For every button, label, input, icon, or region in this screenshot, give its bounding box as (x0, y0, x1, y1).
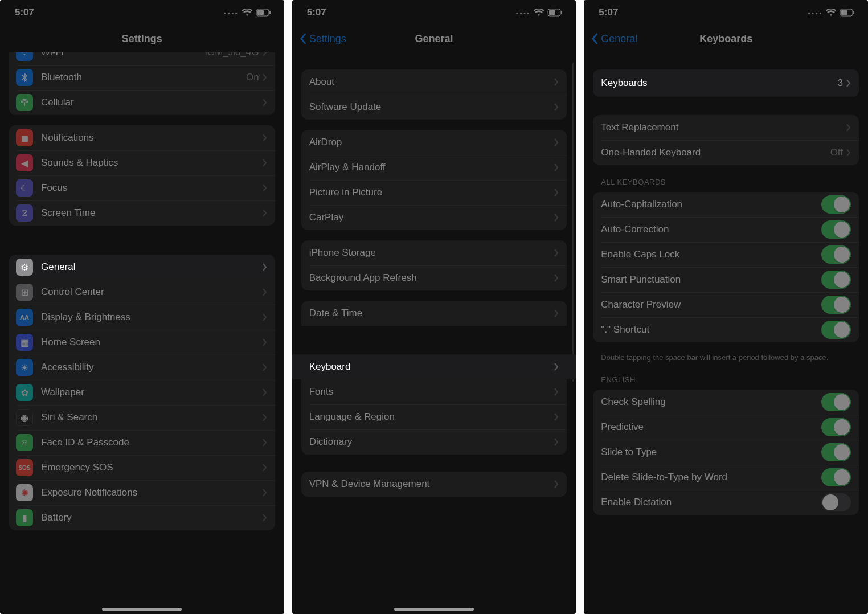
toggle-switch[interactable] (821, 220, 851, 239)
row-label: Software Update (309, 101, 555, 113)
status-bar: 5:07 .... (292, 0, 576, 25)
row-sos[interactable]: SOSEmergency SOS (9, 455, 275, 480)
row-label: Text Replacement (601, 122, 846, 133)
status-time: 5:07 (307, 7, 326, 18)
row-airplay[interactable]: AirPlay & Handoff (301, 155, 567, 180)
row-general[interactable]: ⚙ General (9, 255, 275, 280)
row-textrepl[interactable]: Text Replacement (593, 115, 859, 140)
row-autocap[interactable]: Auto-Capitalization (593, 192, 859, 217)
chevron-right-icon (263, 489, 267, 497)
row-label: General (41, 261, 263, 273)
siri-icon: ◉ (16, 409, 33, 426)
row-exposure[interactable]: ✺Exposure Notifications (9, 480, 275, 505)
svg-rect-5 (561, 11, 562, 14)
row-dotshort[interactable]: "." Shortcut (593, 317, 859, 342)
row-charprev[interactable]: Character Preview (593, 292, 859, 317)
keyboards-content[interactable]: Text Replacement One-Handed KeyboardOff … (584, 103, 868, 614)
row-bluetooth[interactable]: Bluetooth On (9, 65, 275, 90)
row-fonts[interactable]: Fonts (301, 379, 567, 404)
row-lang[interactable]: Language & Region (301, 404, 567, 429)
row-vpn[interactable]: VPN & Device Management (301, 472, 567, 497)
row-label: Enable Caps Lock (601, 249, 821, 260)
row-storage[interactable]: iPhone Storage (301, 240, 567, 265)
row-focus[interactable]: ☾ Focus (9, 175, 275, 200)
group-notifications: ◼ Notifications ◀ Sounds & Haptics ☾ Foc… (9, 125, 275, 226)
nav-header: Settings General (292, 25, 576, 52)
toggle-switch[interactable] (821, 468, 851, 486)
speaker-icon: ◀ (16, 154, 33, 171)
highlight-keyboards: Keyboards 3 (593, 69, 859, 97)
row-onehand[interactable]: One-Handed KeyboardOff (593, 140, 859, 165)
row-datetime[interactable]: Date & Time (301, 301, 567, 326)
row-pip[interactable]: Picture in Picture (301, 180, 567, 205)
row-label: iPhone Storage (309, 247, 555, 259)
row-dictation[interactable]: Enable Dictation (593, 490, 859, 515)
chevron-right-icon (263, 52, 267, 56)
general-content[interactable]: About Software Update AirDrop AirPlay & … (292, 52, 576, 614)
row-smartpunc[interactable]: Smart Punctuation (593, 267, 859, 292)
row-screentime[interactable]: ⧖ Screen Time (9, 200, 275, 226)
group-en-toggles: Check SpellingPredictiveSlide to TypeDel… (593, 390, 859, 515)
row-label: Control Center (41, 286, 263, 298)
row-value: IGM_Jio_4G (204, 52, 259, 58)
row-cellular[interactable]: Cellular (9, 90, 275, 115)
toggle-switch[interactable] (821, 321, 851, 339)
toggle-switch[interactable] (821, 418, 851, 436)
row-delslide[interactable]: Delete Slide-to-Type by Word (593, 465, 859, 490)
row-capslock[interactable]: Enable Caps Lock (593, 242, 859, 267)
row-controlcenter[interactable]: ⊞Control Center (9, 280, 275, 305)
row-wifi[interactable]: Wi-Fi IGM_Jio_4G (9, 52, 275, 65)
chevron-right-icon (554, 480, 559, 488)
row-sounds[interactable]: ◀ Sounds & Haptics (9, 150, 275, 175)
row-homescreen[interactable]: ▦Home Screen (9, 330, 275, 355)
row-display[interactable]: AADisplay & Brightness (9, 305, 275, 330)
wifi-icon (826, 9, 836, 17)
status-time: 5:07 (599, 7, 618, 18)
row-dict[interactable]: Dictionary (301, 429, 567, 455)
row-slide[interactable]: Slide to Type (593, 440, 859, 465)
nav-header: General Keyboards (584, 25, 868, 52)
row-autocorr[interactable]: Auto-Correction (593, 217, 859, 242)
group-all-toggles: Auto-CapitalizationAuto-CorrectionEnable… (593, 192, 859, 342)
highlight-keyboard: Keyboard (292, 354, 576, 379)
row-accessibility[interactable]: ☀Accessibility (9, 355, 275, 380)
toggle-switch[interactable] (821, 443, 851, 461)
toggle-switch[interactable] (821, 493, 851, 511)
toggle-switch[interactable] (821, 245, 851, 264)
status-bar: 5:07 .... (584, 0, 868, 25)
chevron-right-icon (846, 124, 851, 132)
back-button[interactable]: General (591, 25, 637, 52)
row-faceid[interactable]: ☺Face ID & Passcode (9, 430, 275, 455)
row-swupdate[interactable]: Software Update (301, 95, 567, 120)
row-keyboard[interactable]: Keyboard (292, 354, 576, 379)
row-carplay[interactable]: CarPlay (301, 205, 567, 230)
row-bgapp[interactable]: Background App Refresh (301, 265, 567, 290)
row-label: Auto-Correction (601, 224, 821, 235)
toggle-switch[interactable] (821, 296, 851, 314)
chevron-right-icon (554, 189, 559, 197)
row-label: Date & Time (309, 308, 555, 319)
toggle-switch[interactable] (821, 393, 851, 411)
toggle-switch[interactable] (821, 271, 851, 289)
home-indicator[interactable] (394, 608, 474, 611)
row-keyboards[interactable]: Keyboards 3 (593, 69, 859, 97)
chevron-right-icon (554, 78, 559, 86)
row-spell[interactable]: Check Spelling (593, 390, 859, 415)
row-value: 3 (838, 77, 843, 89)
back-button[interactable]: Settings (299, 25, 346, 52)
back-label: Settings (309, 33, 346, 45)
svg-rect-7 (841, 10, 847, 15)
row-battery[interactable]: ▮Battery (9, 505, 275, 530)
chevron-right-icon (846, 149, 851, 157)
row-about[interactable]: About (301, 69, 567, 95)
row-notifications[interactable]: ◼ Notifications (9, 125, 275, 150)
row-airdrop[interactable]: AirDrop (301, 130, 567, 155)
row-label: Battery (41, 512, 263, 523)
bluetooth-icon (16, 69, 33, 86)
row-value: On (246, 72, 259, 83)
row-pred[interactable]: Predictive (593, 415, 859, 440)
home-indicator[interactable] (102, 608, 182, 611)
toggle-switch[interactable] (821, 195, 851, 214)
row-wallpaper[interactable]: ✿Wallpaper (9, 380, 275, 405)
row-siri[interactable]: ◉Siri & Search (9, 405, 275, 430)
